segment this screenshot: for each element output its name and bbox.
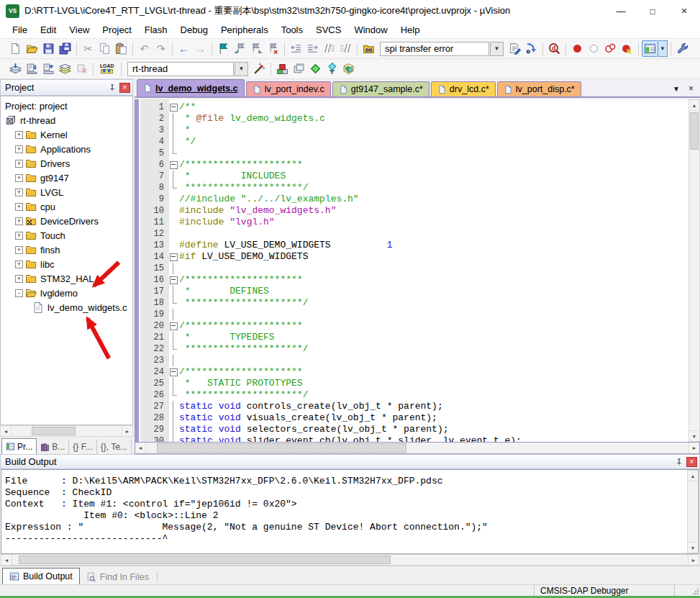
- find-folder-icon[interactable]: [360, 40, 377, 57]
- close-panel-icon[interactable]: ×: [686, 457, 697, 467]
- paste-icon[interactable]: [113, 40, 129, 57]
- bp-toggle-icon[interactable]: [569, 40, 586, 57]
- fold-start-icon[interactable]: [169, 251, 179, 263]
- wrench-icon[interactable]: [674, 40, 691, 57]
- bookmark-next-icon[interactable]: [248, 40, 265, 57]
- batch-build-icon[interactable]: [57, 60, 73, 77]
- scroll-left-icon[interactable]: ◄: [1, 555, 12, 565]
- cut-icon[interactable]: ✂: [80, 40, 96, 57]
- bookmark-prev-icon[interactable]: [232, 40, 248, 57]
- expand-icon[interactable]: +: [15, 131, 23, 139]
- copy-icon[interactable]: [96, 40, 113, 57]
- minimize-button[interactable]: —: [605, 0, 637, 22]
- bookmark-icon[interactable]: [215, 40, 232, 57]
- scroll-down-icon[interactable]: ▼: [688, 542, 698, 553]
- pin-icon[interactable]: [673, 456, 684, 467]
- project-horizontal-scrollbar[interactable]: ◄ ►: [0, 425, 133, 437]
- flash-cube-icon[interactable]: [274, 60, 291, 77]
- nav-forward-icon[interactable]: →: [192, 40, 209, 57]
- scroll-up-icon[interactable]: ▲: [689, 100, 699, 111]
- fold-start-icon[interactable]: [169, 320, 179, 332]
- target-select[interactable]: rt-thread: [127, 62, 234, 76]
- find-d-icon[interactable]: d: [546, 40, 563, 57]
- tree-item-rt-thread[interactable]: rt-thread: [1, 113, 132, 127]
- comment-box-icon[interactable]: [321, 40, 337, 57]
- menu-window[interactable]: Window: [347, 22, 394, 37]
- expand-icon[interactable]: +: [15, 203, 23, 211]
- incremental-find-icon[interactable]: [523, 40, 540, 57]
- load-icon[interactable]: LOAD: [96, 60, 118, 77]
- editor-tab-gt9147-sample-c-[interactable]: gt9147_sample.c*: [332, 81, 429, 96]
- bottom-tab-build-output[interactable]: Build Output: [2, 568, 80, 584]
- combo-dropdown-icon[interactable]: ▼: [235, 62, 248, 76]
- tree-item-devicedrivers[interactable]: +DeviceDrivers: [1, 214, 132, 228]
- editor-tab-lv-demo-widgets-c[interactable]: lv_demo_widgets.c: [137, 79, 245, 96]
- bp-kill-icon[interactable]: [619, 40, 635, 57]
- close-document-icon[interactable]: ×: [688, 83, 694, 94]
- editor-tab-lv-port-indev-c[interactable]: lv_port_indev.c: [246, 81, 331, 96]
- editor-vertical-scrollbar[interactable]: ▲ ▼: [688, 99, 700, 442]
- fold-start-icon[interactable]: [169, 101, 179, 113]
- tree-item-cpu[interactable]: +cpu: [1, 199, 132, 214]
- windows-config-icon[interactable]: [642, 40, 658, 57]
- save-all-icon[interactable]: [57, 40, 73, 57]
- menu-view[interactable]: View: [63, 22, 96, 37]
- collapse-icon[interactable]: -: [15, 289, 23, 297]
- expand-icon[interactable]: +: [15, 145, 23, 153]
- tree-item-drivers[interactable]: +Drivers: [1, 156, 132, 171]
- editor-horizontal-scrollbar[interactable]: ◄ ►: [135, 442, 700, 454]
- expand-icon[interactable]: +: [15, 160, 23, 168]
- maximize-button[interactable]: □: [637, 0, 668, 22]
- expand-icon[interactable]: +: [15, 261, 23, 268]
- manage-windows-icon[interactable]: [291, 60, 307, 77]
- close-panel-icon[interactable]: ×: [119, 83, 130, 93]
- windows-config-dropdown-icon[interactable]: ▼: [658, 40, 668, 57]
- pack-installer-icon[interactable]: [340, 60, 357, 77]
- menu-tools[interactable]: Tools: [275, 22, 309, 37]
- editor-body[interactable]: 1/**2 * @file lv_demo_widgets.c3 *4 */56…: [135, 99, 700, 442]
- expand-icon[interactable]: +: [15, 275, 23, 283]
- build-output-horizontal-scrollbar[interactable]: ◄ ►: [1, 554, 699, 566]
- build-icon[interactable]: [24, 60, 40, 77]
- menu-help[interactable]: Help: [394, 22, 427, 37]
- indent-icon[interactable]: [304, 40, 321, 57]
- fold-start-icon[interactable]: [169, 159, 179, 171]
- tree-item-touch[interactable]: +Touch: [1, 228, 132, 243]
- uncomment-box-icon[interactable]: [337, 40, 354, 57]
- code-view[interactable]: 1/**2 * @file lv_demo_widgets.c3 *4 */56…: [140, 101, 687, 442]
- menu-file[interactable]: File: [6, 22, 34, 37]
- expand-icon[interactable]: +: [15, 174, 23, 182]
- tree-item-lvgl[interactable]: +LVGL: [1, 185, 132, 199]
- nav-back-icon[interactable]: ←: [176, 40, 192, 57]
- wand-icon[interactable]: [251, 60, 268, 77]
- bottom-tab-find-in-files[interactable]: Find In Files: [80, 569, 155, 584]
- stop-build-icon[interactable]: [73, 60, 90, 77]
- expand-icon[interactable]: +: [15, 246, 23, 254]
- tree-item-project-project[interactable]: Project: project: [1, 99, 132, 113]
- editor-tab-lv-port-disp-c-[interactable]: lv_port_disp.c*: [497, 81, 581, 96]
- new-file-icon[interactable]: [7, 40, 24, 57]
- tree-item-stm32-hal[interactable]: +STM32_HAL: [1, 271, 132, 286]
- panel-tab-b[interactable]: B...: [37, 440, 69, 454]
- tree-item-kernel[interactable]: +Kernel: [1, 127, 132, 142]
- tree-item-lvgldemo[interactable]: -lvgldemo: [1, 286, 132, 300]
- translate-icon[interactable]: [7, 60, 24, 77]
- scroll-left-icon[interactable]: ◄: [135, 443, 146, 453]
- scroll-down-icon[interactable]: ▼: [689, 430, 699, 441]
- search-combo[interactable]: spi transfer error: [380, 42, 489, 56]
- menu-flash[interactable]: Flash: [138, 22, 174, 37]
- redo-icon[interactable]: ↷: [153, 40, 169, 57]
- undo-icon[interactable]: ↶: [136, 40, 153, 57]
- bp-disable-icon[interactable]: [602, 40, 619, 57]
- menu-project[interactable]: Project: [96, 22, 137, 37]
- filter-diamond-icon[interactable]: [324, 60, 340, 77]
- tree-item-libc[interactable]: +libc: [1, 257, 132, 271]
- menu-debug[interactable]: Debug: [174, 22, 214, 37]
- build-output-vertical-scrollbar[interactable]: ▲ ▼: [687, 470, 699, 553]
- tree-item-lv-demo-widgets-c[interactable]: lv_demo_widgets.c: [1, 300, 132, 314]
- scroll-right-icon[interactable]: ►: [688, 443, 699, 453]
- open-file-icon[interactable]: [24, 40, 40, 57]
- bookmark-clear-icon[interactable]: [265, 40, 281, 57]
- panel-tab-te[interactable]: {}, Te...: [97, 440, 132, 454]
- build-output-log[interactable]: File : D:\Keil5\ARM\PACK\Keil\STM32H7xx_…: [1, 469, 699, 554]
